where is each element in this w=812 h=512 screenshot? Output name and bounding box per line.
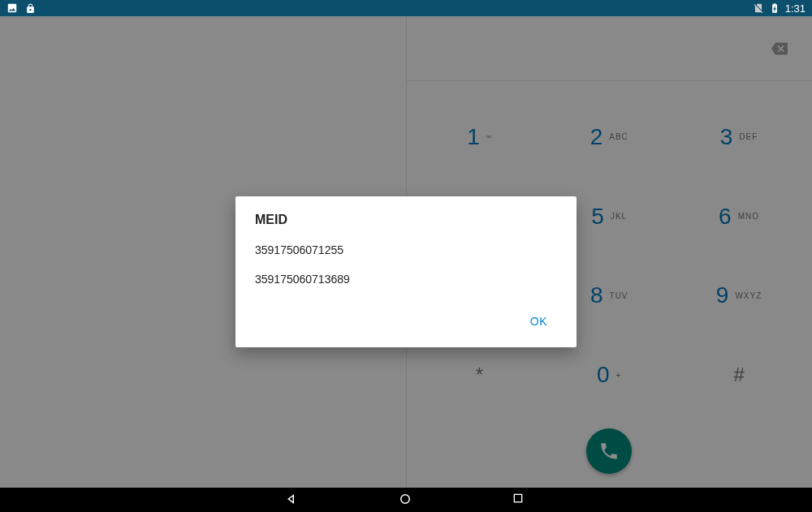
svg-rect-1 xyxy=(514,494,521,501)
nav-recent-button[interactable] xyxy=(512,492,528,508)
status-time: 1:31 xyxy=(785,2,806,15)
nav-home-button[interactable] xyxy=(398,492,414,508)
meid-dialog: MEID 35917506071255 359175060713689 OK xyxy=(235,196,577,347)
svg-point-0 xyxy=(401,495,410,504)
dialog-meid-2: 359175060713689 xyxy=(255,273,557,286)
dialog-ok-button[interactable]: OK xyxy=(520,308,557,334)
status-bar: 1:31 xyxy=(0,0,812,16)
dialog-actions: OK xyxy=(255,302,557,341)
no-sim-icon xyxy=(753,2,764,14)
main-content: 1∞ 2ABC 3DEF 4GHI 5JKL 6MNO 7PQRS 8TUV 9… xyxy=(0,16,812,488)
battery-charging-icon xyxy=(769,2,780,14)
dialog-title: MEID xyxy=(255,213,557,227)
lock-icon xyxy=(24,2,36,14)
nav-bar xyxy=(0,488,812,512)
nav-back-button[interactable] xyxy=(284,492,300,508)
dialog-meid-1: 35917506071255 xyxy=(255,243,557,256)
screenshot-icon xyxy=(6,2,18,14)
